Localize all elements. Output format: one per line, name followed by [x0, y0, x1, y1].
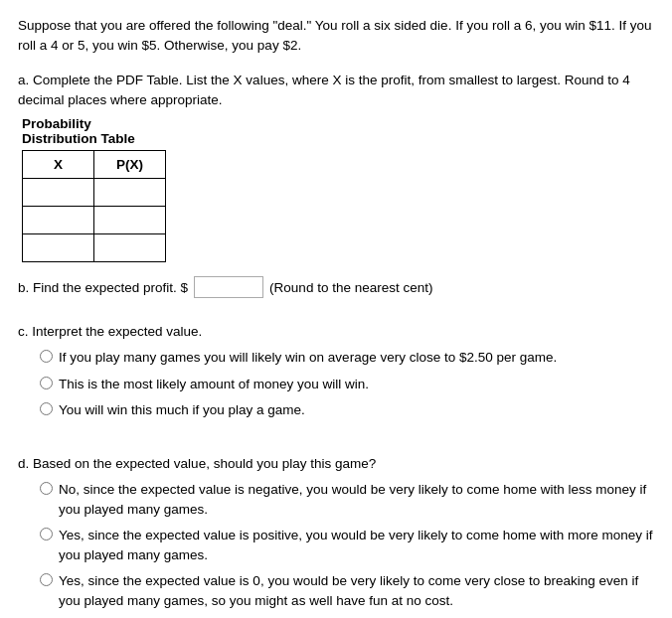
part-d-radio-1[interactable]	[40, 482, 53, 495]
part-d-option-2-label: Yes, since the expected value is positiv…	[59, 526, 654, 564]
part-d-option-2: Yes, since the expected value is positiv…	[40, 526, 654, 564]
part-c-option-3-label: You will win this much if you play a gam…	[59, 400, 305, 420]
x-cell-2[interactable]	[23, 207, 94, 234]
part-c-option-1-label: If you play many games you will likely w…	[59, 348, 557, 368]
part-d-options: No, since the expected value is negative…	[40, 480, 654, 618]
part-c-radio-1[interactable]	[40, 350, 53, 363]
px-cell-1[interactable]	[94, 179, 166, 207]
part-c-radio-3[interactable]	[40, 402, 53, 415]
part-d-option-1: No, since the expected value is negative…	[40, 480, 654, 519]
part-c-option-2: This is the most likely amount of money …	[40, 375, 654, 394]
part-c-radio-2[interactable]	[40, 377, 53, 389]
x-cell-1[interactable]	[23, 179, 94, 207]
part-d-option-1-label: No, since the expected value is negative…	[59, 480, 654, 519]
table-row	[23, 234, 166, 262]
distribution-table: X P(X)	[22, 150, 166, 262]
part-d-section: d. Based on the expected value, should y…	[18, 454, 654, 618]
distribution-table-label: Distribution Table	[22, 131, 654, 146]
part-b-label: b. Find the expected profit. $	[18, 280, 188, 295]
part-c-option-3: You will win this much if you play a gam…	[40, 400, 654, 420]
px-input-2[interactable]	[98, 209, 161, 232]
x-cell-3[interactable]	[23, 234, 94, 262]
part-c-label: c. Interpret the expected value.	[18, 322, 654, 342]
px-cell-2[interactable]	[94, 207, 166, 234]
part-a-label: a. Complete the PDF Table. List the X va…	[18, 71, 654, 111]
x-input-2[interactable]	[27, 209, 89, 232]
part-c-options: If you play many games you will likely w…	[40, 348, 654, 420]
part-d-label: d. Based on the expected value, should y…	[18, 454, 654, 474]
probability-label: Probability	[22, 116, 654, 131]
part-b-suffix: (Round to the nearest cent)	[269, 280, 432, 295]
part-d-radio-2[interactable]	[40, 528, 53, 541]
px-input-3[interactable]	[98, 236, 161, 259]
px-cell-3[interactable]	[94, 234, 166, 262]
part-d-radio-3[interactable]	[40, 573, 53, 586]
px-input-1[interactable]	[98, 181, 161, 204]
part-d-option-3-label: Yes, since the expected value is 0, you …	[59, 571, 654, 610]
part-c-option-1: If you play many games you will likely w…	[40, 348, 654, 368]
part-d-option-3: Yes, since the expected value is 0, you …	[40, 571, 654, 610]
part-c-section: c. Interpret the expected value. If you …	[18, 322, 654, 420]
part-c-option-2-label: This is the most likely amount of money …	[59, 375, 369, 394]
x-input-3[interactable]	[27, 236, 89, 259]
intro-text: Suppose that you are offered the followi…	[18, 16, 654, 57]
expected-profit-input[interactable]	[194, 276, 263, 298]
part-b-section: b. Find the expected profit. $ (Round to…	[18, 276, 654, 298]
table-row	[23, 207, 166, 234]
col-px-header: P(X)	[94, 151, 166, 179]
table-row	[23, 179, 166, 207]
x-input-1[interactable]	[27, 181, 89, 204]
part-a-section: a. Complete the PDF Table. List the X va…	[18, 71, 654, 263]
col-x-header: X	[23, 151, 94, 179]
